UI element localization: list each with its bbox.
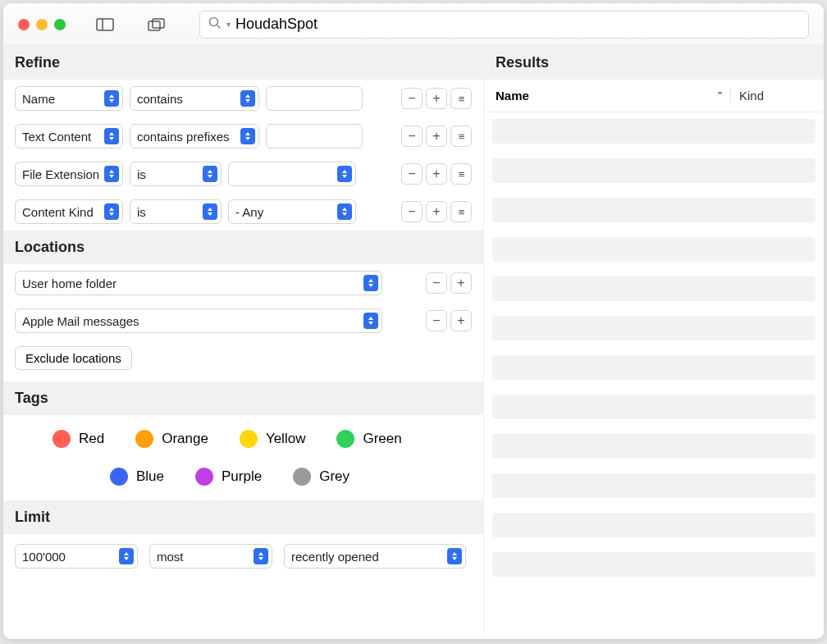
sort-ascending-icon: ⌃ xyxy=(716,90,724,101)
result-row-placeholder xyxy=(492,119,816,144)
operator-select[interactable]: contains xyxy=(130,86,259,111)
result-row-placeholder xyxy=(492,237,816,262)
tag-dot-icon xyxy=(110,468,128,486)
tag-grey[interactable]: Grey xyxy=(293,468,350,486)
search-field[interactable]: ▾ xyxy=(199,11,809,39)
remove-criteria-button[interactable]: − xyxy=(401,201,423,222)
criteria-panel: Refine Name contains − + Text Content co… xyxy=(3,46,484,639)
attribute-select[interactable]: File Extension xyxy=(15,162,123,186)
location-select[interactable]: Apple Mail messages xyxy=(15,308,382,333)
location-row: Apple Mail messages − + xyxy=(3,302,483,340)
updown-icon xyxy=(104,90,119,107)
windows-icon[interactable] xyxy=(148,17,166,32)
result-row-placeholder xyxy=(492,158,816,183)
value-input[interactable] xyxy=(266,86,363,111)
tag-blue[interactable]: Blue xyxy=(110,468,164,486)
section-limit: Limit xyxy=(3,500,483,534)
tag-dot-icon xyxy=(336,430,354,448)
add-criteria-button[interactable]: + xyxy=(426,163,447,185)
add-criteria-button[interactable]: + xyxy=(426,88,447,109)
svg-rect-0 xyxy=(97,19,113,30)
updown-icon xyxy=(240,128,255,144)
operator-select[interactable]: is xyxy=(130,199,222,224)
tag-red[interactable]: Red xyxy=(53,430,104,448)
tag-dot-icon xyxy=(293,468,311,486)
svg-rect-3 xyxy=(153,19,164,28)
minimize-window-button[interactable] xyxy=(36,19,48,30)
add-criteria-button[interactable]: + xyxy=(426,126,447,147)
tag-dot-icon xyxy=(195,468,213,486)
value-select[interactable] xyxy=(228,162,356,186)
limit-direction-select[interactable]: most xyxy=(149,544,272,569)
criteria-options-button[interactable] xyxy=(450,88,472,109)
main-content: Refine Name contains − + Text Content co… xyxy=(3,46,824,639)
search-input[interactable] xyxy=(235,16,800,33)
updown-icon xyxy=(203,166,217,182)
result-row-placeholder xyxy=(492,395,816,419)
operator-select[interactable]: contains prefixes xyxy=(130,124,259,148)
updown-icon xyxy=(337,166,352,182)
remove-location-button[interactable]: − xyxy=(426,310,447,331)
value-input[interactable] xyxy=(266,124,363,148)
result-row-placeholder xyxy=(492,276,816,301)
exclude-locations-button[interactable]: Exclude locations xyxy=(15,346,132,370)
operator-select[interactable]: is xyxy=(130,162,222,186)
results-panel: Results Name ⌃ Kind xyxy=(484,46,824,639)
section-tags: Tags xyxy=(3,381,483,415)
tag-green[interactable]: Green xyxy=(336,430,401,448)
updown-icon xyxy=(240,90,255,107)
results-list xyxy=(484,112,824,598)
svg-rect-2 xyxy=(148,21,160,30)
sidebar-toggle-icon[interactable] xyxy=(96,17,114,32)
add-criteria-button[interactable]: + xyxy=(426,201,447,222)
add-location-button[interactable]: + xyxy=(450,272,472,294)
updown-icon xyxy=(254,548,268,564)
updown-icon xyxy=(119,548,134,564)
results-header: Name ⌃ Kind xyxy=(484,80,824,112)
limit-count-select[interactable]: 100'000 xyxy=(15,544,138,569)
updown-icon xyxy=(337,203,352,220)
result-row-placeholder xyxy=(492,552,816,577)
remove-location-button[interactable]: − xyxy=(426,272,447,294)
criteria-row: Text Content contains prefixes − + xyxy=(3,117,483,155)
value-select[interactable]: - Any xyxy=(228,199,356,224)
tag-dot-icon xyxy=(240,430,258,448)
result-row-placeholder xyxy=(492,198,816,222)
section-locations: Locations xyxy=(3,231,483,264)
tag-orange[interactable]: Orange xyxy=(135,430,208,448)
window-controls xyxy=(18,19,66,30)
attribute-select[interactable]: Text Content xyxy=(15,124,123,148)
section-results: Results xyxy=(484,46,824,80)
result-row-placeholder xyxy=(492,513,816,537)
column-name[interactable]: Name ⌃ xyxy=(496,89,730,103)
result-row-placeholder xyxy=(492,316,816,340)
tag-purple[interactable]: Purple xyxy=(195,468,262,486)
remove-criteria-button[interactable]: − xyxy=(401,163,423,185)
column-kind[interactable]: Kind xyxy=(730,89,812,103)
close-window-button[interactable] xyxy=(18,19,30,30)
criteria-options-button[interactable] xyxy=(450,126,472,147)
remove-criteria-button[interactable]: − xyxy=(401,88,423,109)
location-row: User home folder − + xyxy=(3,264,483,302)
location-select[interactable]: User home folder xyxy=(15,271,382,295)
limit-criterion-select[interactable]: recently opened xyxy=(284,544,466,569)
add-location-button[interactable]: + xyxy=(450,310,472,331)
criteria-options-button[interactable] xyxy=(450,201,472,222)
updown-icon xyxy=(104,203,119,220)
criteria-options-button[interactable] xyxy=(450,163,472,185)
remove-criteria-button[interactable]: − xyxy=(401,126,423,147)
updown-icon xyxy=(363,313,378,329)
zoom-window-button[interactable] xyxy=(54,19,66,30)
updown-icon xyxy=(447,548,462,564)
search-chevron-icon[interactable]: ▾ xyxy=(226,20,231,29)
updown-icon xyxy=(203,203,217,220)
attribute-select[interactable]: Name xyxy=(15,86,123,111)
titlebar: ▾ xyxy=(3,3,824,46)
svg-line-5 xyxy=(217,25,221,29)
tag-dot-icon xyxy=(135,430,153,448)
result-row-placeholder xyxy=(492,473,816,498)
search-icon xyxy=(208,16,222,32)
attribute-select[interactable]: Content Kind xyxy=(15,199,123,224)
svg-point-4 xyxy=(210,18,218,26)
tag-yellow[interactable]: Yellow xyxy=(240,430,306,448)
